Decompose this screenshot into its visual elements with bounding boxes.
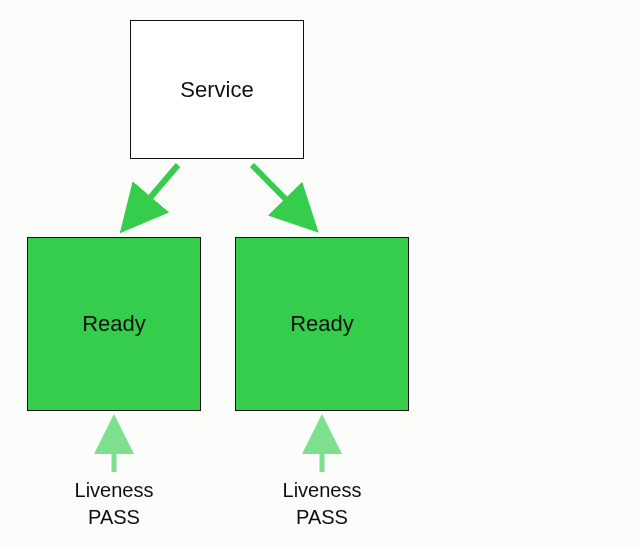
liveness-status-2: PASS bbox=[296, 506, 348, 528]
service-label: Service bbox=[180, 77, 253, 103]
pod-box-1: Ready bbox=[27, 237, 201, 411]
pod-2-state: Ready bbox=[290, 311, 354, 337]
pod-box-2: Ready bbox=[235, 237, 409, 411]
liveness-status-1: PASS bbox=[88, 506, 140, 528]
arrow-service-to-pod1 bbox=[126, 165, 178, 226]
liveness-caption-2: Liveness PASS bbox=[252, 477, 392, 531]
liveness-label-1: Liveness bbox=[75, 479, 154, 501]
liveness-caption-1: Liveness PASS bbox=[44, 477, 184, 531]
service-box: Service bbox=[130, 20, 304, 159]
arrow-service-to-pod2 bbox=[252, 165, 312, 226]
liveness-label-2: Liveness bbox=[283, 479, 362, 501]
pod-1-state: Ready bbox=[82, 311, 146, 337]
